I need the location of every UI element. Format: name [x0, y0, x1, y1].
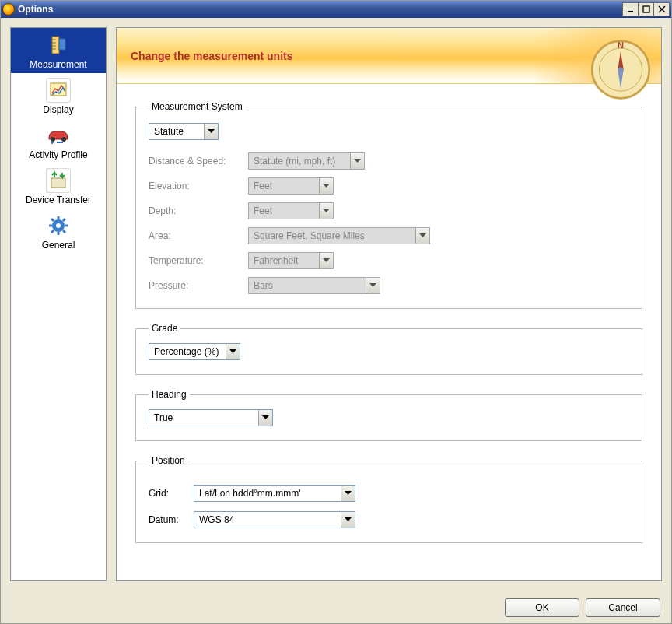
svg-line-20	[51, 219, 54, 221]
grade-legend: Grade	[149, 323, 180, 334]
area-select: Square Feet, Square Miles	[248, 227, 430, 244]
select-value: Feet	[249, 205, 319, 216]
options-window: Options	[0, 0, 672, 624]
measurement-mode-select[interactable]: Statute	[149, 123, 219, 140]
datum-label: Datum:	[149, 514, 194, 525]
display-icon	[46, 78, 71, 103]
chevron-down-icon	[319, 203, 333, 219]
svg-rect-13	[51, 178, 65, 188]
heading-fieldset: Heading True	[135, 389, 642, 441]
window-body: Measurement Display	[1, 18, 671, 623]
svg-text:N: N	[618, 40, 624, 50]
svg-point-11	[51, 137, 55, 142]
svg-point-12	[61, 137, 66, 142]
svg-line-23	[51, 230, 54, 233]
window-title: Options	[18, 4, 623, 15]
form-area: Measurement System Statute Distance & Sp…	[117, 84, 661, 571]
select-value: Percentage (%)	[149, 346, 226, 357]
svg-line-21	[63, 230, 65, 233]
gear-icon	[46, 213, 71, 238]
chevron-down-icon	[341, 512, 355, 528]
svg-marker-37	[262, 415, 269, 419]
sidebar-item-device-transfer[interactable]: Device Transfer	[11, 163, 106, 209]
sidebar-item-measurement[interactable]: Measurement	[11, 28, 106, 73]
svg-rect-1	[643, 6, 649, 12]
chevron-down-icon	[319, 253, 333, 268]
dialog-buttons: OK Cancel	[1, 591, 671, 623]
grade-select[interactable]: Percentage (%)	[149, 343, 240, 360]
chevron-down-icon	[341, 486, 355, 501]
select-value: Statute (mi, mph, ft)	[249, 156, 350, 167]
area-label: Area:	[149, 230, 248, 241]
depth-select: Feet	[248, 202, 334, 219]
distance-speed-label: Distance & Speed:	[149, 156, 248, 167]
transfer-icon	[46, 168, 71, 193]
svg-marker-29	[208, 129, 215, 133]
compass-icon: N	[585, 30, 656, 101]
svg-line-3	[659, 6, 665, 12]
chevron-down-icon	[415, 228, 429, 244]
measurement-system-fieldset: Measurement System Statute Distance & Sp…	[135, 101, 642, 309]
sidebar-item-display[interactable]: Display	[11, 73, 106, 118]
svg-marker-31	[323, 184, 330, 188]
close-button[interactable]	[653, 2, 670, 16]
chevron-down-icon	[226, 344, 240, 359]
position-legend: Position	[149, 455, 188, 466]
category-sidebar: Measurement Display	[10, 27, 107, 581]
car-icon	[46, 123, 71, 148]
select-value: Statute	[149, 126, 204, 137]
svg-rect-4	[52, 37, 59, 54]
sidebar-item-label: Activity Profile	[29, 149, 87, 160]
sidebar-item-label: General	[42, 240, 75, 251]
datum-select[interactable]: WGS 84	[194, 511, 355, 528]
pressure-select: Bars	[248, 277, 380, 294]
svg-line-22	[63, 219, 65, 221]
depth-label: Depth:	[149, 205, 248, 216]
elevation-label: Elevation:	[149, 181, 248, 191]
heading-select[interactable]: True	[149, 409, 273, 426]
svg-marker-36	[229, 349, 236, 353]
titlebar: Options	[1, 1, 671, 18]
banner: Change the measurement units N	[117, 28, 661, 84]
measurement-system-legend: Measurement System	[149, 101, 246, 112]
app-icon	[2, 3, 15, 16]
position-fieldset: Position Grid: Lat/Lon hddd°mm.mmm' Datu…	[135, 455, 642, 543]
ruler-icon	[46, 33, 71, 58]
sidebar-item-general[interactable]: General	[11, 209, 106, 254]
sidebar-item-label: Display	[43, 104, 73, 115]
svg-rect-0	[628, 11, 633, 12]
ok-button[interactable]: OK	[505, 598, 579, 617]
chevron-down-icon	[204, 124, 218, 139]
sidebar-item-label: Device Transfer	[26, 195, 91, 205]
cancel-button[interactable]: Cancel	[586, 598, 660, 617]
select-value: WGS 84	[194, 514, 341, 525]
main-panel: Change the measurement units N Measureme…	[116, 27, 662, 581]
content-area: Measurement Display	[1, 18, 671, 591]
svg-marker-30	[354, 159, 361, 163]
grid-select[interactable]: Lat/Lon hddd°mm.mmm'	[194, 485, 355, 502]
heading-legend: Heading	[149, 389, 190, 400]
select-value: True	[149, 412, 258, 423]
svg-line-2	[659, 6, 665, 12]
minimize-button[interactable]	[622, 2, 639, 16]
chevron-down-icon	[319, 178, 333, 194]
grid-label: Grid:	[149, 488, 194, 499]
select-value: Lat/Lon hddd°mm.mmm'	[194, 488, 341, 499]
svg-marker-38	[345, 491, 352, 495]
select-value: Feet	[249, 181, 319, 191]
sidebar-item-label: Measurement	[30, 59, 86, 70]
select-value: Bars	[249, 280, 366, 291]
chevron-down-icon	[366, 278, 380, 293]
maximize-button[interactable]	[638, 2, 654, 16]
svg-marker-33	[419, 233, 426, 237]
sidebar-item-activity-profile[interactable]: Activity Profile	[11, 118, 106, 163]
temperature-label: Temperature:	[149, 255, 248, 266]
chevron-down-icon	[350, 153, 364, 169]
elevation-select: Feet	[248, 177, 334, 195]
svg-marker-34	[323, 258, 330, 262]
page-title: Change the measurement units	[131, 50, 293, 62]
grade-fieldset: Grade Percentage (%)	[135, 323, 642, 375]
svg-marker-35	[369, 283, 376, 287]
chevron-down-icon	[258, 410, 272, 426]
svg-point-15	[56, 223, 61, 228]
